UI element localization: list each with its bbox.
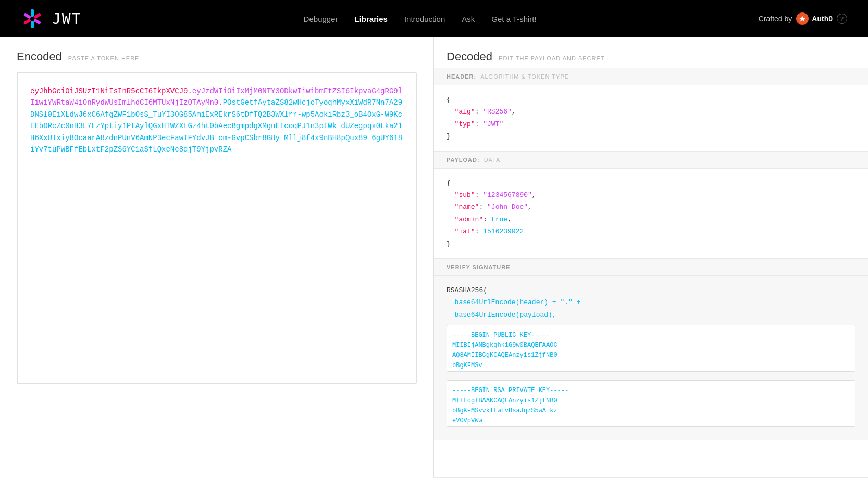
decoded-panel: Decoded EDIT THE PAYLOAD AND SECRET HEAD… [434,37,868,478]
encoded-subtitle: PASTE A TOKEN HERE [68,55,140,61]
nav-introduction[interactable]: Introduction [404,15,445,23]
header-left: JWT [21,7,82,30]
verify-algo-line: RSASHA256( [447,284,855,296]
nav-debugger[interactable]: Debugger [304,15,338,23]
verify-algo: RSASHA256( [447,286,487,294]
main-nav: Debugger Libraries Introduction Ask Get … [304,15,537,23]
token-input-box[interactable]: eyJhbGciOiJSUzI1NiIsInR5cCI6IkpXVCJ9.eyJ… [17,72,417,384]
public-key-input[interactable]: -----BEGIN PUBLIC KEY----- MIIBIjANBgkqh… [447,325,855,372]
verify-line2: base64UrlEncode(payload), [447,309,855,321]
svg-rect-1 [33,12,41,19]
verify-func2: base64UrlEncode(payload), [455,311,556,319]
payload-section-header: PAYLOAD: DATA [434,152,868,169]
nav-tshirt[interactable]: Get a T-shirt! [491,15,536,23]
auth0-label: Auth0 [812,15,833,23]
payload-section-sublabel: DATA [484,157,501,163]
encoded-title: Encoded [17,50,62,64]
public-key-wrapper: -----BEGIN PUBLIC KEY----- MIIBIjANBgkqh… [447,325,855,376]
token-part1: eyJhbGciOiJSUzI1NiIsInR5cCI6IkpXVCJ9. [30,87,192,95]
encoded-panel-header: Encoded PASTE A TOKEN HERE [17,50,417,64]
svg-rect-2 [33,18,41,24]
header-right: Crafted by Auth0 ? [759,12,847,25]
verify-line1: base64UrlEncode(header) + "." + [447,296,855,308]
verify-func1: base64UrlEncode(header) + "." + [455,298,581,306]
main-content: Encoded PASTE A TOKEN HERE eyJhbGciOiJSU… [0,37,868,478]
decoded-title: Decoded [447,50,492,64]
verify-section-header: VERIFY SIGNATURE [434,259,868,276]
svg-rect-0 [31,9,34,17]
private-key-input[interactable]: -----BEGIN RSA PRIVATE KEY----- MIIEogIB… [447,380,855,427]
nav-libraries[interactable]: Libraries [355,15,388,23]
header-section: HEADER: ALGORITHM & TOKEN TYPE { "alg": … [434,68,868,152]
payload-section: PAYLOAD: DATA { "sub": "1234567890", "na… [434,152,868,259]
encoded-panel: Encoded PASTE A TOKEN HERE eyJhbGciOiJSU… [0,37,434,478]
header-section-sublabel: ALGORITHM & TOKEN TYPE [480,73,569,80]
svg-rect-5 [23,12,31,19]
verify-section: VERIFY SIGNATURE RSASHA256( base64UrlEnc… [434,259,868,478]
verify-section-label: VERIFY SIGNATURE [447,264,511,270]
crafted-by-label: Crafted by [759,15,792,23]
logo-text: JWT [52,10,82,28]
decoded-subtitle: EDIT THE PAYLOAD AND SECRET [499,55,604,61]
decoded-panel-header: Decoded EDIT THE PAYLOAD AND SECRET [434,37,868,68]
payload-section-label: PAYLOAD: [447,157,480,163]
help-icon[interactable]: ? [837,14,847,24]
jwt-logo-icon [21,7,44,30]
payload-section-body[interactable]: { "sub": "1234567890", "name": "John Doe… [434,169,868,258]
header-section-body[interactable]: { "alg": "RS256", "typ": "JWT" } [434,85,868,151]
header-section-header: HEADER: ALGORITHM & TOKEN TYPE [434,68,868,85]
svg-rect-3 [31,21,34,28]
private-key-wrapper: -----BEGIN RSA PRIVATE KEY----- MIIEogIB… [447,380,855,431]
nav-ask[interactable]: Ask [462,15,475,23]
svg-rect-4 [23,18,31,24]
header: JWT Debugger Libraries Introduction Ask … [0,0,868,37]
auth0-icon [796,12,809,25]
auth0-logo[interactable]: Auth0 [796,12,833,25]
verify-body: RSASHA256( base64UrlEncode(header) + "."… [434,276,868,440]
header-section-label: HEADER: [447,73,476,80]
